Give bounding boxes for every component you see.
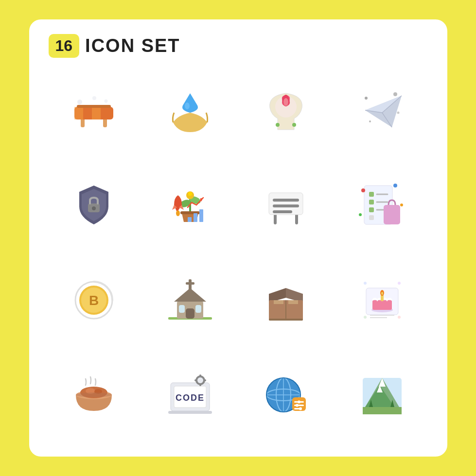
icon-paper-plane bbox=[336, 71, 428, 149]
svg-point-8 bbox=[105, 100, 108, 103]
code-settings-icon: CODE bbox=[163, 368, 217, 422]
svg-rect-77 bbox=[288, 300, 298, 304]
box-storage-icon bbox=[259, 273, 313, 327]
icon-birthday-card bbox=[336, 261, 428, 339]
svg-rect-85 bbox=[372, 300, 392, 310]
food-bowl-icon bbox=[67, 368, 121, 422]
badge-number: 16 bbox=[49, 34, 80, 58]
svg-point-36 bbox=[176, 210, 180, 216]
svg-point-27 bbox=[92, 206, 96, 210]
svg-rect-37 bbox=[188, 217, 192, 222]
icon-startup-growth bbox=[144, 166, 236, 244]
svg-rect-78 bbox=[269, 319, 303, 321]
church-icon bbox=[163, 273, 217, 327]
svg-rect-71 bbox=[195, 305, 201, 313]
svg-point-16 bbox=[292, 123, 296, 127]
svg-text:B: B bbox=[89, 293, 99, 308]
header: 16 ICON SET bbox=[49, 34, 428, 58]
svg-point-9 bbox=[185, 102, 190, 109]
icons-grid: B bbox=[49, 71, 428, 442]
svg-point-95 bbox=[76, 392, 112, 397]
svg-point-20 bbox=[369, 120, 371, 122]
globe-settings-icon bbox=[259, 368, 313, 422]
svg-rect-104 bbox=[203, 379, 206, 381]
mind-lotus-icon bbox=[259, 84, 313, 137]
svg-rect-68 bbox=[186, 282, 194, 285]
icon-box-storage bbox=[241, 261, 332, 339]
bitcoin-icon: B bbox=[67, 273, 121, 327]
svg-rect-5 bbox=[77, 105, 111, 108]
svg-point-118 bbox=[299, 407, 302, 410]
birthday-card-icon bbox=[355, 273, 409, 327]
svg-point-100 bbox=[197, 377, 203, 383]
svg-rect-126 bbox=[363, 407, 402, 414]
svg-rect-48 bbox=[369, 192, 374, 197]
svg-point-7 bbox=[92, 96, 96, 100]
icon-mountains bbox=[336, 356, 428, 434]
svg-point-59 bbox=[400, 204, 403, 206]
icon-security-shield bbox=[49, 166, 140, 244]
icon-barrier bbox=[49, 71, 140, 149]
svg-rect-49 bbox=[369, 200, 374, 204]
icon-bench-sign bbox=[241, 166, 332, 244]
startup-growth-icon bbox=[163, 178, 217, 232]
svg-point-79 bbox=[364, 282, 367, 285]
water-hand-icon bbox=[163, 84, 217, 137]
svg-point-57 bbox=[393, 184, 397, 187]
svg-rect-69 bbox=[186, 308, 194, 319]
svg-rect-3 bbox=[74, 107, 83, 119]
bench-sign-icon bbox=[259, 178, 313, 232]
svg-marker-66 bbox=[174, 288, 206, 302]
svg-point-17 bbox=[365, 97, 368, 100]
icon-shopping-checklist bbox=[336, 166, 428, 244]
svg-rect-101 bbox=[199, 374, 201, 377]
paper-plane-icon bbox=[355, 84, 409, 137]
svg-point-14 bbox=[283, 98, 288, 106]
icon-bitcoin: B bbox=[49, 261, 140, 339]
svg-point-82 bbox=[398, 316, 401, 319]
mountains-icon bbox=[355, 368, 409, 422]
svg-rect-103 bbox=[194, 379, 197, 381]
svg-point-19 bbox=[397, 112, 399, 114]
main-card: 16 ICON SET bbox=[29, 19, 447, 457]
svg-rect-38 bbox=[194, 213, 197, 222]
svg-rect-46 bbox=[273, 210, 292, 213]
svg-rect-70 bbox=[179, 305, 185, 313]
svg-text:CODE: CODE bbox=[176, 393, 205, 403]
svg-point-56 bbox=[361, 188, 365, 192]
svg-rect-44 bbox=[273, 199, 299, 202]
svg-point-15 bbox=[276, 123, 280, 127]
icon-food-bowl bbox=[49, 356, 140, 434]
svg-point-81 bbox=[364, 316, 367, 319]
svg-point-58 bbox=[359, 213, 362, 216]
svg-rect-4 bbox=[92, 107, 101, 119]
security-shield-icon bbox=[67, 178, 121, 232]
svg-point-18 bbox=[393, 92, 397, 96]
shopping-checklist-icon bbox=[355, 178, 409, 232]
icon-water-hand bbox=[144, 71, 236, 149]
svg-point-88 bbox=[381, 292, 383, 295]
page-title: ICON SET bbox=[85, 35, 180, 56]
svg-point-6 bbox=[77, 100, 82, 104]
svg-rect-105 bbox=[168, 411, 212, 414]
svg-rect-76 bbox=[274, 300, 283, 304]
svg-rect-51 bbox=[369, 215, 374, 220]
barrier-icon bbox=[67, 84, 121, 137]
svg-rect-102 bbox=[199, 383, 201, 386]
svg-point-33 bbox=[188, 192, 192, 196]
icon-mind-lotus bbox=[241, 71, 332, 149]
svg-point-116 bbox=[298, 400, 300, 403]
icon-church bbox=[144, 261, 236, 339]
svg-point-80 bbox=[398, 282, 401, 285]
svg-rect-45 bbox=[273, 204, 299, 207]
svg-point-117 bbox=[296, 404, 299, 407]
svg-rect-39 bbox=[199, 209, 203, 222]
svg-rect-50 bbox=[369, 207, 374, 212]
icon-code-settings: CODE bbox=[144, 356, 236, 434]
icon-globe-settings bbox=[241, 356, 332, 434]
svg-rect-55 bbox=[384, 205, 400, 224]
